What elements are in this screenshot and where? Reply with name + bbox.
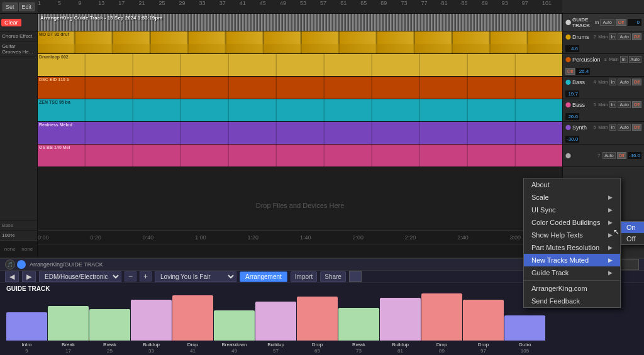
sub-context-menu: On Off xyxy=(621,221,644,245)
block-label-5: Breakdown49 xyxy=(214,342,255,355)
in-btn-2[interactable]: In xyxy=(620,56,628,63)
ruler-num-57: 57 xyxy=(320,0,326,6)
daw-timeline xyxy=(38,244,562,258)
auto-btn-5[interactable]: Auto xyxy=(618,124,630,131)
block-label-8: Break73 xyxy=(338,342,379,355)
off-btn-6[interactable]: Off xyxy=(617,152,626,159)
off-btn-0[interactable]: Off xyxy=(616,19,626,26)
arrangement-btn[interactable]: Arrangement xyxy=(240,271,287,282)
ruler-num-13: 13 xyxy=(98,0,104,6)
guide-track-section-label: GUIDE TRACK xyxy=(6,285,50,292)
menu-item-feedback[interactable]: Send Feedback xyxy=(524,295,620,307)
genre-select[interactable]: EDM/House/Electronic xyxy=(39,271,121,282)
block-label-7: Drop65 xyxy=(297,342,338,355)
menu-item-new-tracks-muted[interactable]: New Tracks Muted ▶ xyxy=(524,254,620,266)
ruler-num-5: 5 xyxy=(58,0,61,6)
menu-item-help[interactable]: Show Help Texts ▶ xyxy=(524,229,620,241)
arr-block-10[interactable] xyxy=(421,293,462,341)
arr-block-7[interactable] xyxy=(297,297,338,341)
in-btn-4[interactable]: In xyxy=(609,101,617,108)
menu-item-uisync[interactable]: UI Sync ▶ xyxy=(524,204,620,216)
auto-btn-3[interactable]: Auto xyxy=(618,79,630,85)
set-button[interactable]: Set xyxy=(3,3,18,11)
menu-item-part-mutes[interactable]: Part Mutes Resolution ▶ xyxy=(524,241,620,254)
ruler-num-45: 45 xyxy=(260,0,266,6)
prev-btn[interactable]: ◀ xyxy=(5,271,19,282)
vol-0: 0 xyxy=(628,19,641,26)
block-label-11: Drop97 xyxy=(463,342,504,355)
arr-block-9[interactable] xyxy=(380,298,421,341)
timeline-label-5: 1:40 xyxy=(300,234,311,241)
off-btn-5[interactable]: Off xyxy=(632,124,641,131)
off-btn-1[interactable]: Off xyxy=(632,33,641,40)
block-label-10: Drop89 xyxy=(421,342,462,355)
clear-button[interactable]: Clear xyxy=(1,19,21,26)
arr-block-2[interactable] xyxy=(89,309,130,341)
ruler-num-53: 53 xyxy=(300,0,306,6)
timeline-label-7: 2:20 xyxy=(405,234,416,241)
drums-indicator: ⬤ xyxy=(565,34,571,40)
osbb-clip[interactable]: OS BB 140 Mel xyxy=(38,145,562,167)
minus-btn[interactable]: − xyxy=(125,271,136,281)
drums-track-row: MO DT 92 druf xyxy=(38,31,562,54)
off-btn-3[interactable]: Off xyxy=(632,79,641,85)
ruler-num-17: 17 xyxy=(118,0,125,6)
arr-block-5[interactable] xyxy=(214,310,255,341)
arr-block-0[interactable] xyxy=(6,312,47,341)
ruler-num-65: 65 xyxy=(360,0,367,6)
auto-btn-2[interactable]: Auto xyxy=(629,56,641,63)
dsc-clip[interactable]: DSC EID 110 b xyxy=(38,77,562,99)
track-area: ArrangerKing Guide Track - 15 Sep 2024 1… xyxy=(38,14,562,258)
arr-block-12[interactable] xyxy=(504,315,545,341)
sub-menu-off[interactable]: Off xyxy=(621,233,644,244)
in-btn-5[interactable]: In xyxy=(609,124,617,131)
auto-btn-4[interactable]: Auto xyxy=(618,101,630,108)
menu-item-scale[interactable]: Scale ▶ xyxy=(524,191,620,204)
ruler-num-89: 89 xyxy=(482,0,488,6)
left-sidebar: Clear Chorus Effect Guitar Grooves He...… xyxy=(0,14,38,258)
effect-label: Chorus Effect xyxy=(0,31,37,41)
menu-item-guide-track[interactable]: Guide Track ▶ xyxy=(524,266,620,279)
ruler-num-85: 85 xyxy=(462,0,468,6)
arr-block-4[interactable] xyxy=(172,295,213,341)
ruler-num-9: 9 xyxy=(78,0,81,6)
arr-block-1[interactable] xyxy=(48,306,89,341)
ruler-num-41: 41 xyxy=(240,0,246,6)
arr-block-8[interactable] xyxy=(338,308,379,341)
arr-block-3[interactable] xyxy=(131,300,172,341)
ruler-num-37: 37 xyxy=(219,0,226,6)
menu-item-about[interactable]: About xyxy=(524,178,620,191)
block-label-4: Drop41 xyxy=(172,342,213,355)
drumloop-clip[interactable]: Drumloop 002 xyxy=(38,54,562,76)
song-select[interactable]: Loving You Is Fair xyxy=(155,271,236,282)
ruler-num-101: 101 xyxy=(542,0,552,6)
menu-item-color-coded[interactable]: Color Coded Buildings ▶ xyxy=(524,216,620,229)
realness-clip[interactable]: Realness Melod xyxy=(38,122,562,144)
auto-btn-1[interactable]: Auto xyxy=(618,33,630,40)
timeline-label-4: 1:20 xyxy=(248,234,259,241)
timeline-label-1: 0:20 xyxy=(90,234,101,241)
arr-block-11[interactable] xyxy=(463,300,504,341)
share-btn[interactable]: Share xyxy=(320,271,346,282)
guide-track-content[interactable]: ArrangerKing Guide Track - 15 Sep 2024 1… xyxy=(38,14,562,31)
auto-btn-6[interactable]: Auto xyxy=(602,152,615,159)
main-label-3: Main xyxy=(598,80,608,84)
vol-4: 26.6 xyxy=(565,113,579,120)
import-btn[interactable]: Import xyxy=(291,271,317,282)
off-btn-4[interactable]: Off xyxy=(632,101,641,108)
daw-header: Set Edit 1591317212529333741454953576165… xyxy=(0,0,644,14)
zoom-value: 100% xyxy=(0,230,37,240)
menu-item-website[interactable]: ArrangerKing.com xyxy=(524,282,620,295)
sub-menu-on[interactable]: On xyxy=(621,222,644,233)
zen-clip[interactable]: ZEN TSC 95 ba xyxy=(38,99,562,121)
plus-btn[interactable]: + xyxy=(140,271,152,281)
next-btn[interactable]: ▶ xyxy=(22,271,36,282)
edit-button[interactable]: Edit xyxy=(19,3,35,11)
off-btn-2[interactable]: Off xyxy=(565,68,575,75)
osbb-track-row: OS BB 140 Mel xyxy=(38,145,562,167)
auto-btn-0[interactable]: Auto xyxy=(600,19,614,26)
in-btn-3[interactable]: In xyxy=(609,79,617,85)
drums-clip[interactable]: MO DT 92 druf xyxy=(38,31,562,53)
arr-block-6[interactable] xyxy=(255,302,296,341)
in-btn-1[interactable]: In xyxy=(609,33,617,40)
